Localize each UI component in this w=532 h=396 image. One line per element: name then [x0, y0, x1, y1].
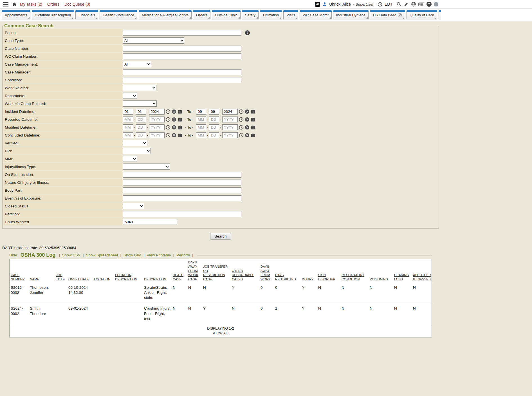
column-header-days-away-from-work-case[interactable]: DAYS AWAY FROM WORK CASE — [187, 259, 202, 283]
column-header-onset-date[interactable]: ONSET DATE — [67, 259, 93, 283]
calendar-icon[interactable] — [251, 109, 255, 114]
verified-select[interactable] — [123, 140, 147, 146]
reported-datetime-from-dd-input[interactable] — [136, 117, 146, 122]
partition-input[interactable] — [123, 211, 241, 217]
view-printable-link[interactable]: View Printable — [147, 253, 171, 257]
on-site-location-input[interactable] — [123, 172, 241, 178]
tab-orders[interactable]: Orders — [193, 10, 210, 19]
modified-datetime-from-mm-input[interactable] — [123, 124, 133, 130]
column-header-all-other-illnesses[interactable]: ALL OTHER ILLNESSES — [412, 259, 433, 283]
tab-execut[interactable]: Execut — [439, 10, 441, 19]
tab-dictation-transcription[interactable]: Dictation/Transcription — [32, 10, 74, 19]
clear-date-icon[interactable] — [245, 125, 250, 130]
case-number-input[interactable] — [123, 46, 241, 52]
concluded-datetime-to-mm-input[interactable] — [196, 132, 206, 138]
nav-orders[interactable]: Orders — [47, 2, 59, 6]
clear-date-icon[interactable] — [245, 133, 250, 138]
hide-link[interactable]: Hide — [9, 253, 17, 257]
incident-datetime-from-mm-input[interactable] — [123, 109, 133, 115]
modified-datetime-to-yyyy-input[interactable] — [222, 124, 238, 130]
concluded-datetime-to-yyyy-input[interactable] — [222, 132, 238, 138]
column-header-job-transfer-or-restriction-case[interactable]: JOB TRANSFER OR RESTRICTION CASE — [202, 259, 231, 283]
concluded-datetime-from-dd-input[interactable] — [136, 132, 146, 138]
reported-datetime-to-dd-input[interactable] — [209, 117, 219, 122]
column-header-poisoning[interactable]: POISONING — [369, 259, 393, 283]
column-header-other-recordable-cases[interactable]: OTHER RECORDABLE CASES — [231, 259, 259, 283]
tab-appointments[interactable]: Appointments — [2, 10, 30, 19]
tab-health-surveillance[interactable]: Health Surveillance — [100, 10, 137, 19]
case-management-select[interactable]: All — [123, 61, 151, 67]
mmi-select[interactable] — [123, 156, 137, 162]
calendar-icon[interactable] — [251, 133, 255, 138]
column-header-days-restricted[interactable]: DAYS RESTRICTED — [274, 259, 301, 283]
tab-safety[interactable]: Safety — [242, 10, 259, 19]
condition-input[interactable] — [123, 77, 241, 83]
tab-financials[interactable]: Financials — [75, 10, 98, 19]
help-icon[interactable]: ? — [245, 30, 250, 35]
calendar-icon[interactable] — [178, 133, 182, 138]
column-header-location-description[interactable]: LOCATION DESCRIPTION — [114, 259, 143, 283]
incident-datetime-to-dd-input[interactable] — [209, 109, 219, 115]
help-icon[interactable]: ? — [427, 2, 432, 7]
column-header-job-title[interactable]: JOB TITLE — [55, 259, 67, 283]
time-picker-icon[interactable] — [166, 117, 170, 122]
recordable-select[interactable] — [123, 93, 137, 99]
concluded-datetime-from-yyyy-input[interactable] — [149, 132, 165, 138]
modified-datetime-to-dd-input[interactable] — [209, 124, 219, 130]
tab-quality-of-care[interactable]: Quality of Care — [407, 10, 437, 19]
tab-hr-data-feed[interactable]: HR Data Feed — [370, 10, 405, 19]
time-picker-icon[interactable] — [239, 133, 244, 138]
tab-outside-clinic[interactable]: Outside Clinic — [212, 10, 241, 19]
time-picker-icon[interactable] — [239, 117, 244, 122]
calendar-icon[interactable] — [251, 125, 255, 130]
wc-claim-number-input[interactable] — [123, 53, 241, 59]
concluded-datetime-from-mm-input[interactable] — [123, 132, 133, 138]
reported-datetime-to-yyyy-input[interactable] — [222, 117, 238, 122]
modified-datetime-to-mm-input[interactable] — [196, 124, 206, 130]
clear-date-icon[interactable] — [172, 125, 176, 130]
hours-worked-input[interactable] — [123, 219, 177, 225]
clock-icon[interactable] — [378, 2, 382, 7]
incident-datetime-to-yyyy-input[interactable] — [222, 109, 238, 115]
concluded-datetime-to-dd-input[interactable] — [209, 132, 219, 138]
tab-utilization[interactable]: Utilization — [260, 10, 282, 19]
time-picker-icon[interactable] — [166, 133, 170, 138]
column-header-name[interactable]: NAME — [29, 259, 55, 283]
incident-datetime-from-yyyy-input[interactable] — [149, 109, 165, 115]
modified-datetime-from-yyyy-input[interactable] — [149, 124, 165, 130]
reported-datetime-from-yyyy-input[interactable] — [149, 117, 165, 122]
search-icon[interactable] — [396, 2, 401, 7]
show-spreadsheet-link[interactable]: Show Spreadsheet — [86, 253, 118, 257]
incident-datetime-from-dd-input[interactable] — [136, 109, 146, 115]
injury-illness-type-select[interactable] — [123, 164, 170, 170]
show-grid-link[interactable]: Show Grid — [124, 253, 141, 257]
perform-link[interactable]: Perform — [176, 253, 190, 257]
event-s-of-exposure-input[interactable] — [123, 195, 241, 201]
modified-datetime-from-dd-input[interactable] — [136, 124, 146, 130]
column-header-respiratory-condition[interactable]: RESPIRATORY CONDITION — [340, 259, 369, 283]
worker-s-comp-related-select[interactable] — [123, 100, 157, 107]
column-header-skin-disorder[interactable]: SKIN DISORDER — [317, 259, 340, 283]
column-header-injury[interactable]: INJURY — [301, 259, 317, 283]
work-related-select[interactable] — [123, 85, 156, 91]
nature-of-injury-or-illness-input[interactable] — [123, 180, 241, 185]
time-picker-icon[interactable] — [166, 109, 170, 114]
time-picker-icon[interactable] — [166, 125, 170, 130]
home-icon[interactable] — [12, 2, 17, 6]
patient-input[interactable] — [123, 30, 241, 36]
reported-datetime-from-mm-input[interactable] — [123, 117, 133, 122]
time-picker-icon[interactable] — [239, 125, 244, 130]
search-button[interactable]: Search — [210, 233, 231, 240]
calendar-icon[interactable] — [178, 125, 182, 130]
case-type-select[interactable]: All — [123, 37, 184, 44]
calendar-icon[interactable] — [178, 109, 182, 114]
clear-date-icon[interactable] — [172, 133, 176, 138]
tab-visits[interactable]: Visits — [283, 10, 298, 19]
edit-pencil-icon[interactable] — [404, 2, 409, 7]
globe-icon[interactable] — [411, 2, 416, 7]
tab-industrial-hygiene[interactable]: Industrial Hygiene — [333, 10, 369, 19]
column-header-days-away-from-work[interactable]: DAYS AWAY FROM WORK — [259, 259, 274, 283]
nav-my-tasks[interactable]: My Tasks (2) — [20, 2, 42, 6]
column-header-location[interactable]: LOCATION — [93, 259, 114, 283]
keyboard-icon[interactable] — [418, 2, 424, 6]
